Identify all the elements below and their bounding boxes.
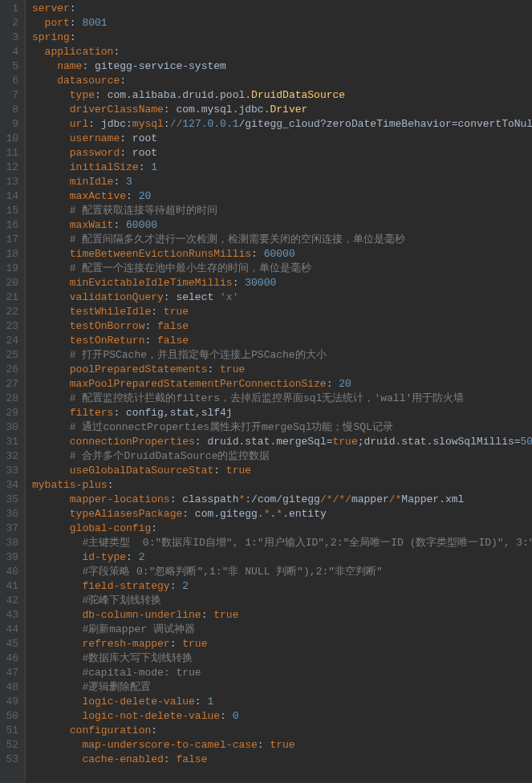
token-punc: : bbox=[139, 161, 152, 173]
line-number: 34 bbox=[0, 478, 18, 493]
line-number: 1 bbox=[0, 2, 18, 16]
code-line: connectionProperties: druid.stat.mergeSq… bbox=[32, 435, 532, 449]
code-line: # 合并多个DruidDataSource的监控数据 bbox=[32, 449, 532, 464]
token-cls: Mapper.xml bbox=[401, 493, 464, 505]
line-number: 28 bbox=[0, 392, 18, 406]
token-cls: com.alibaba.druid.pool. bbox=[108, 89, 251, 101]
code-editor-content[interactable]: server: port: 8001spring: application: n… bbox=[26, 0, 532, 783]
token-punc: : bbox=[113, 219, 126, 231]
token-punc: : bbox=[88, 118, 101, 130]
code-line: # 打开PSCache，并且指定每个连接上PSCache的大小 bbox=[32, 348, 532, 363]
code-line: #驼峰下划线转换 bbox=[32, 594, 532, 608]
token-cls: ;druid.stat.slowSqlMillis= bbox=[358, 436, 521, 448]
token-num: 2 bbox=[182, 580, 189, 592]
line-number: 9 bbox=[0, 117, 18, 132]
line-number: 53 bbox=[0, 753, 18, 767]
line-number: 11 bbox=[0, 146, 18, 160]
token-key: maxActive bbox=[70, 190, 126, 202]
code-line: typeAliasesPackage: com.gitegg.*.*.entit… bbox=[32, 507, 532, 521]
token-num: 60000 bbox=[126, 219, 157, 231]
code-line: spring: bbox=[32, 30, 532, 45]
token-key: name bbox=[57, 60, 82, 72]
token-cmt: #逻辑删除配置 bbox=[82, 681, 151, 693]
line-number: 38 bbox=[0, 536, 18, 550]
code-line: logic-delete-value: 1 bbox=[32, 695, 532, 709]
token-num: 1 bbox=[151, 161, 157, 173]
token-punc: : bbox=[120, 75, 126, 87]
token-key: map-underscore-to-camel-case bbox=[82, 739, 257, 751]
code-line: global-config: bbox=[32, 521, 532, 536]
code-line: name: gitegg-service-system bbox=[32, 59, 532, 74]
token-num: 3 bbox=[126, 176, 132, 188]
line-number: 7 bbox=[0, 88, 18, 103]
token-cls: root bbox=[132, 147, 157, 159]
token-punc: : bbox=[251, 248, 264, 260]
line-number: 33 bbox=[0, 464, 18, 478]
token-num: 2 bbox=[139, 551, 145, 563]
token-cmt: # 通过connectProperties属性来打开mergeSql功能；慢SQ… bbox=[70, 421, 393, 433]
code-line: # 通过connectProperties属性来打开mergeSql功能；慢SQ… bbox=[32, 420, 532, 435]
code-line: datasource: bbox=[32, 74, 532, 88]
line-number: 42 bbox=[0, 594, 18, 608]
token-key: useGlobalDataSourceStat bbox=[70, 465, 213, 477]
line-number: 4 bbox=[0, 45, 18, 59]
code-line: type: com.alibaba.druid.pool.DruidDataSo… bbox=[32, 88, 532, 103]
token-cls: druid.stat.mergeSql= bbox=[207, 436, 332, 448]
code-line: maxPoolPreparedStatementPerConnectionSiz… bbox=[32, 377, 532, 392]
token-key: mapper-locations bbox=[70, 493, 170, 505]
line-number: 2 bbox=[0, 16, 18, 30]
token-key: * bbox=[264, 508, 270, 520]
line-number: 49 bbox=[0, 695, 18, 709]
line-number: 31 bbox=[0, 435, 18, 449]
token-bool: true bbox=[270, 739, 294, 751]
token-cmt: # 配置获取连接等待超时的时间 bbox=[70, 205, 218, 217]
token-key: port bbox=[45, 17, 70, 29]
token-key: poolPreparedStatements bbox=[70, 363, 208, 375]
code-line: logic-not-delete-value: 0 bbox=[32, 709, 532, 724]
token-punc: : bbox=[195, 436, 208, 448]
token-punc: : bbox=[170, 580, 183, 592]
token-cls: mapper bbox=[351, 493, 389, 505]
line-number-gutter: 1234567891011121314151617181920212223242… bbox=[0, 0, 26, 783]
token-key: driverClassName bbox=[70, 103, 164, 116]
line-number: 13 bbox=[0, 175, 18, 189]
token-punc: : bbox=[126, 551, 139, 563]
token-cmt: #字段策略 0:"忽略判断",1:"非 NULL 判断"),2:"非空判断" bbox=[82, 566, 382, 578]
token-bool: false bbox=[176, 753, 207, 765]
token-cmt: #主键类型 0:"数据库ID自增", 1:"用户输入ID",2:"全局唯一ID … bbox=[82, 537, 532, 549]
token-bool: true bbox=[220, 363, 245, 375]
line-number: 27 bbox=[0, 377, 18, 392]
line-number: 21 bbox=[0, 290, 18, 305]
token-bool: true bbox=[332, 436, 357, 448]
token-cls: gitegg-service-system bbox=[95, 60, 226, 72]
token-num: 20 bbox=[139, 190, 152, 202]
code-line: application: bbox=[32, 45, 532, 59]
token-cls: jdbc: bbox=[101, 118, 132, 130]
token-punc: : bbox=[70, 17, 83, 29]
token-cmt: # 打开PSCache，并且指定每个连接上PSCache的大小 bbox=[70, 349, 327, 361]
token-hl: Driver bbox=[270, 103, 307, 116]
line-number: 26 bbox=[0, 363, 18, 377]
token-key: validationQuery bbox=[70, 291, 164, 303]
code-line: minEvictableIdleTimeMillis: 30000 bbox=[32, 276, 532, 290]
token-cmt: # 配置监控统计拦截的filters，去掉后监控界面sql无法统计，'wall'… bbox=[70, 392, 464, 404]
token-key: server bbox=[32, 2, 70, 14]
token-key: maxPoolPreparedStatementPerConnectionSiz… bbox=[70, 378, 327, 390]
token-cls: com.mysql.jdbc. bbox=[176, 103, 270, 116]
line-number: 25 bbox=[0, 348, 18, 363]
token-punc: : bbox=[233, 277, 246, 289]
line-number: 17 bbox=[0, 233, 18, 247]
line-number: 15 bbox=[0, 204, 18, 218]
line-number: 40 bbox=[0, 565, 18, 579]
token-key: testOnBorrow bbox=[70, 320, 145, 332]
token-key: global-config bbox=[70, 522, 151, 534]
token-key: refresh-mapper bbox=[82, 638, 169, 650]
token-key: datasource bbox=[57, 75, 120, 87]
line-number: 51 bbox=[0, 724, 18, 738]
token-punc: : bbox=[170, 493, 183, 505]
token-num: 5000 bbox=[521, 436, 532, 448]
code-line: #数据库大写下划线转换 bbox=[32, 651, 532, 666]
token-key: spring bbox=[32, 31, 70, 43]
token-punc: : bbox=[151, 522, 157, 534]
token-key: testOnReturn bbox=[70, 335, 145, 347]
